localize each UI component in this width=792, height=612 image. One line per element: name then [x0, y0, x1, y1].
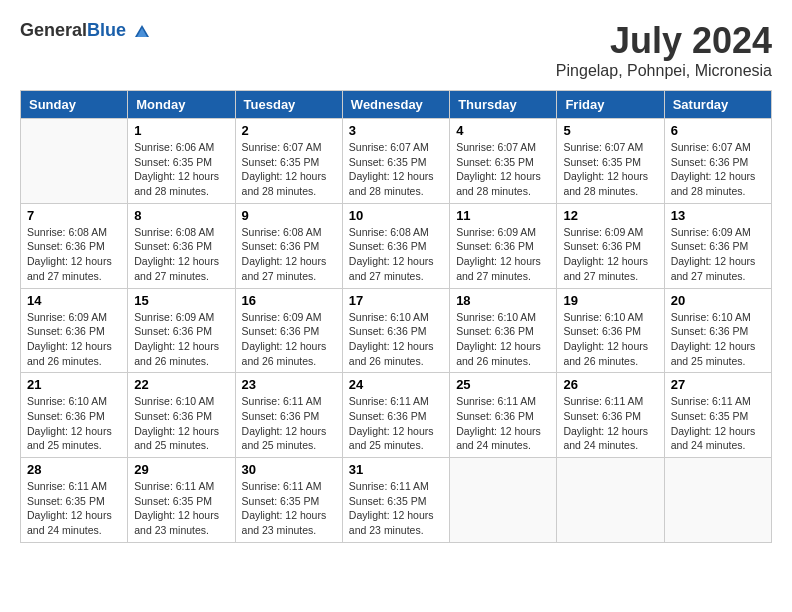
day-number: 14 [27, 293, 121, 308]
calendar-cell: 19Sunrise: 6:10 AM Sunset: 6:36 PM Dayli… [557, 288, 664, 373]
calendar-cell: 11Sunrise: 6:09 AM Sunset: 6:36 PM Dayli… [450, 203, 557, 288]
day-info: Sunrise: 6:09 AM Sunset: 6:36 PM Dayligh… [242, 310, 336, 369]
day-info: Sunrise: 6:11 AM Sunset: 6:35 PM Dayligh… [671, 394, 765, 453]
calendar-cell: 8Sunrise: 6:08 AM Sunset: 6:36 PM Daylig… [128, 203, 235, 288]
day-info: Sunrise: 6:08 AM Sunset: 6:36 PM Dayligh… [242, 225, 336, 284]
day-number: 24 [349, 377, 443, 392]
calendar-cell: 24Sunrise: 6:11 AM Sunset: 6:36 PM Dayli… [342, 373, 449, 458]
day-number: 27 [671, 377, 765, 392]
day-info: Sunrise: 6:09 AM Sunset: 6:36 PM Dayligh… [456, 225, 550, 284]
day-number: 26 [563, 377, 657, 392]
weekday-header-row: SundayMondayTuesdayWednesdayThursdayFrid… [21, 91, 772, 119]
header: GeneralBlue July 2024 Pingelap, Pohnpei,… [20, 20, 772, 80]
calendar-cell [557, 458, 664, 543]
calendar-cell: 29Sunrise: 6:11 AM Sunset: 6:35 PM Dayli… [128, 458, 235, 543]
day-number: 3 [349, 123, 443, 138]
calendar-cell: 2Sunrise: 6:07 AM Sunset: 6:35 PM Daylig… [235, 119, 342, 204]
calendar-cell: 20Sunrise: 6:10 AM Sunset: 6:36 PM Dayli… [664, 288, 771, 373]
calendar-cell: 14Sunrise: 6:09 AM Sunset: 6:36 PM Dayli… [21, 288, 128, 373]
logo: GeneralBlue [20, 20, 151, 41]
day-number: 29 [134, 462, 228, 477]
logo-icon [133, 23, 151, 41]
calendar-cell: 17Sunrise: 6:10 AM Sunset: 6:36 PM Dayli… [342, 288, 449, 373]
day-number: 6 [671, 123, 765, 138]
day-number: 13 [671, 208, 765, 223]
day-info: Sunrise: 6:10 AM Sunset: 6:36 PM Dayligh… [349, 310, 443, 369]
day-info: Sunrise: 6:07 AM Sunset: 6:35 PM Dayligh… [563, 140, 657, 199]
day-info: Sunrise: 6:11 AM Sunset: 6:36 PM Dayligh… [349, 394, 443, 453]
day-info: Sunrise: 6:10 AM Sunset: 6:36 PM Dayligh… [456, 310, 550, 369]
day-info: Sunrise: 6:10 AM Sunset: 6:36 PM Dayligh… [134, 394, 228, 453]
weekday-header-thursday: Thursday [450, 91, 557, 119]
day-info: Sunrise: 6:11 AM Sunset: 6:36 PM Dayligh… [242, 394, 336, 453]
calendar-cell: 28Sunrise: 6:11 AM Sunset: 6:35 PM Dayli… [21, 458, 128, 543]
weekday-header-monday: Monday [128, 91, 235, 119]
day-info: Sunrise: 6:10 AM Sunset: 6:36 PM Dayligh… [27, 394, 121, 453]
calendar-cell [21, 119, 128, 204]
day-info: Sunrise: 6:07 AM Sunset: 6:36 PM Dayligh… [671, 140, 765, 199]
calendar-cell: 18Sunrise: 6:10 AM Sunset: 6:36 PM Dayli… [450, 288, 557, 373]
calendar-cell [450, 458, 557, 543]
day-info: Sunrise: 6:11 AM Sunset: 6:35 PM Dayligh… [27, 479, 121, 538]
calendar-cell: 27Sunrise: 6:11 AM Sunset: 6:35 PM Dayli… [664, 373, 771, 458]
calendar-cell: 26Sunrise: 6:11 AM Sunset: 6:36 PM Dayli… [557, 373, 664, 458]
day-number: 9 [242, 208, 336, 223]
day-info: Sunrise: 6:09 AM Sunset: 6:36 PM Dayligh… [563, 225, 657, 284]
calendar-cell: 3Sunrise: 6:07 AM Sunset: 6:35 PM Daylig… [342, 119, 449, 204]
day-info: Sunrise: 6:11 AM Sunset: 6:36 PM Dayligh… [456, 394, 550, 453]
logo-blue-text: Blue [87, 20, 126, 40]
day-info: Sunrise: 6:11 AM Sunset: 6:36 PM Dayligh… [563, 394, 657, 453]
day-info: Sunrise: 6:09 AM Sunset: 6:36 PM Dayligh… [27, 310, 121, 369]
calendar-week-5: 28Sunrise: 6:11 AM Sunset: 6:35 PM Dayli… [21, 458, 772, 543]
day-number: 23 [242, 377, 336, 392]
location-subtitle: Pingelap, Pohnpei, Micronesia [556, 62, 772, 80]
month-year-title: July 2024 [556, 20, 772, 62]
calendar-week-3: 14Sunrise: 6:09 AM Sunset: 6:36 PM Dayli… [21, 288, 772, 373]
day-number: 19 [563, 293, 657, 308]
weekday-header-saturday: Saturday [664, 91, 771, 119]
calendar-cell: 16Sunrise: 6:09 AM Sunset: 6:36 PM Dayli… [235, 288, 342, 373]
calendar-cell: 15Sunrise: 6:09 AM Sunset: 6:36 PM Dayli… [128, 288, 235, 373]
day-info: Sunrise: 6:11 AM Sunset: 6:35 PM Dayligh… [242, 479, 336, 538]
day-number: 25 [456, 377, 550, 392]
calendar-cell: 4Sunrise: 6:07 AM Sunset: 6:35 PM Daylig… [450, 119, 557, 204]
calendar-table: SundayMondayTuesdayWednesdayThursdayFrid… [20, 90, 772, 543]
day-info: Sunrise: 6:07 AM Sunset: 6:35 PM Dayligh… [242, 140, 336, 199]
day-number: 20 [671, 293, 765, 308]
calendar-cell: 31Sunrise: 6:11 AM Sunset: 6:35 PM Dayli… [342, 458, 449, 543]
weekday-header-tuesday: Tuesday [235, 91, 342, 119]
day-info: Sunrise: 6:07 AM Sunset: 6:35 PM Dayligh… [456, 140, 550, 199]
weekday-header-friday: Friday [557, 91, 664, 119]
calendar-cell: 23Sunrise: 6:11 AM Sunset: 6:36 PM Dayli… [235, 373, 342, 458]
day-info: Sunrise: 6:09 AM Sunset: 6:36 PM Dayligh… [671, 225, 765, 284]
calendar-cell: 6Sunrise: 6:07 AM Sunset: 6:36 PM Daylig… [664, 119, 771, 204]
day-number: 12 [563, 208, 657, 223]
day-info: Sunrise: 6:09 AM Sunset: 6:36 PM Dayligh… [134, 310, 228, 369]
day-info: Sunrise: 6:07 AM Sunset: 6:35 PM Dayligh… [349, 140, 443, 199]
weekday-header-wednesday: Wednesday [342, 91, 449, 119]
day-number: 28 [27, 462, 121, 477]
day-number: 10 [349, 208, 443, 223]
day-number: 7 [27, 208, 121, 223]
calendar-cell: 5Sunrise: 6:07 AM Sunset: 6:35 PM Daylig… [557, 119, 664, 204]
day-number: 5 [563, 123, 657, 138]
calendar-cell: 21Sunrise: 6:10 AM Sunset: 6:36 PM Dayli… [21, 373, 128, 458]
title-section: July 2024 Pingelap, Pohnpei, Micronesia [556, 20, 772, 80]
calendar-cell: 13Sunrise: 6:09 AM Sunset: 6:36 PM Dayli… [664, 203, 771, 288]
calendar-cell: 1Sunrise: 6:06 AM Sunset: 6:35 PM Daylig… [128, 119, 235, 204]
calendar-cell: 10Sunrise: 6:08 AM Sunset: 6:36 PM Dayli… [342, 203, 449, 288]
day-info: Sunrise: 6:08 AM Sunset: 6:36 PM Dayligh… [27, 225, 121, 284]
day-number: 11 [456, 208, 550, 223]
day-number: 4 [456, 123, 550, 138]
day-number: 22 [134, 377, 228, 392]
calendar-week-2: 7Sunrise: 6:08 AM Sunset: 6:36 PM Daylig… [21, 203, 772, 288]
day-number: 17 [349, 293, 443, 308]
day-number: 2 [242, 123, 336, 138]
calendar-cell: 7Sunrise: 6:08 AM Sunset: 6:36 PM Daylig… [21, 203, 128, 288]
calendar-week-1: 1Sunrise: 6:06 AM Sunset: 6:35 PM Daylig… [21, 119, 772, 204]
day-info: Sunrise: 6:08 AM Sunset: 6:36 PM Dayligh… [134, 225, 228, 284]
day-number: 31 [349, 462, 443, 477]
day-number: 8 [134, 208, 228, 223]
calendar-cell: 12Sunrise: 6:09 AM Sunset: 6:36 PM Dayli… [557, 203, 664, 288]
calendar-cell: 30Sunrise: 6:11 AM Sunset: 6:35 PM Dayli… [235, 458, 342, 543]
